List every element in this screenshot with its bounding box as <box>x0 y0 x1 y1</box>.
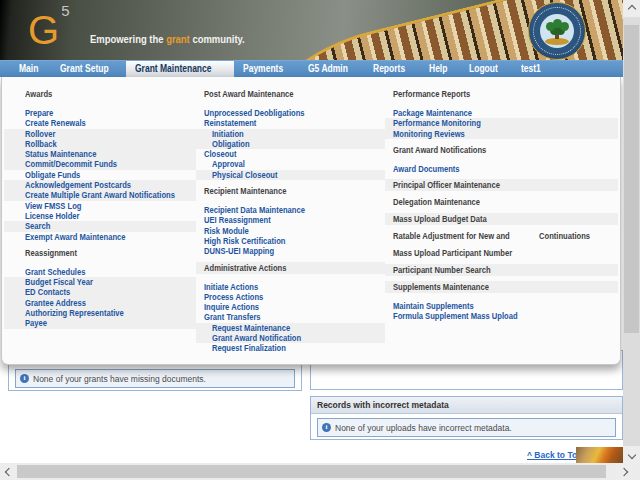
menu-section-grant-award-notifications: Grant Award Notifications <box>385 144 618 156</box>
missing-documents-info: i None of your grants have missing docum… <box>15 369 295 388</box>
seal-ground <box>545 38 569 45</box>
menu-link-duns-uei-mapping[interactable]: DUNS-UEI Mapping <box>196 246 385 256</box>
nav-item-test1[interactable]: test1 <box>512 61 553 77</box>
vertical-scrollbar[interactable] <box>623 0 640 463</box>
horizontal-scrollbar[interactable] <box>0 463 640 480</box>
seal-tree-icon <box>553 19 562 28</box>
tagline: Empowering the grant community. <box>90 33 262 45</box>
g5-logo-g: G <box>28 8 59 52</box>
menu-section-post-award-maintenance: Post Award Maintenance <box>196 88 385 100</box>
vertical-scrollbar-thumb[interactable] <box>624 25 639 333</box>
menu-section-administrative-actions: Administrative Actions <box>196 262 385 274</box>
seal-tree-trunk <box>555 30 559 39</box>
menu-section-principal-officer-maintenance: Principal Officer Maintenance <box>385 179 618 191</box>
nav-item-payments[interactable]: Payments <box>234 61 299 77</box>
g5-logo-5: 5 <box>61 2 69 19</box>
footer-photo-fragment <box>576 447 623 463</box>
info-icon: i <box>20 374 29 383</box>
chevron-right-icon <box>619 467 627 475</box>
info-icon: i <box>322 423 331 432</box>
nav-item-grant-setup[interactable]: Grant Setup <box>51 61 126 77</box>
nav-item-logout[interactable]: Logout <box>460 61 512 77</box>
menu-section-awards: Awards <box>4 88 196 100</box>
menu-section-mass-upload-participant-number: Mass Upload Participant Number <box>385 247 618 259</box>
menu-link-exempt-award-maintenance[interactable]: Exempt Award Maintenance <box>4 232 196 242</box>
menu-link-payee[interactable]: Payee <box>4 318 196 328</box>
menu-column-performance: Performance ReportsPackage MaintenancePe… <box>385 77 618 322</box>
records-panel-info: i None of your uploads have incorrect me… <box>317 418 616 437</box>
menu-link-award-documents[interactable]: Award Documents <box>385 164 618 174</box>
menu-section-ratable-adjustment-for-new-and: Ratable Adjustment for New andContinuati… <box>385 230 618 242</box>
nav-item-grant-maintenance[interactable]: Grant Maintenance <box>126 61 234 77</box>
menu-link-physical-closeout[interactable]: Physical Closeout <box>196 170 385 180</box>
main-navigation-bar: MainGrant SetupGrant MaintenancePayments… <box>0 60 623 77</box>
menu-section-mass-upload-budget-data: Mass Upload Budget Data <box>385 213 618 225</box>
back-to-top-link[interactable]: ^ Back to Top <box>527 450 582 460</box>
scroll-left-button[interactable] <box>0 463 17 480</box>
menu-link-monitoring-reviews[interactable]: Monitoring Reviews <box>385 129 618 139</box>
menu-link-request-finalization[interactable]: Request Finalization <box>196 343 385 353</box>
chevron-down-icon <box>627 450 635 458</box>
menu-link-formula-supplement-mass-upload[interactable]: Formula Supplement Mass Upload <box>385 311 618 321</box>
menu-section-reassignment: Reassignment <box>4 247 196 259</box>
scroll-down-button[interactable] <box>623 446 640 463</box>
seal-inner-circle <box>540 14 574 48</box>
g5-application-window: ∫|π(t)·f(t)| dt G5 Empowering the grant … <box>0 0 640 480</box>
nav-item-reports[interactable]: Reports <box>364 61 420 77</box>
department-of-education-seal-icon <box>528 2 586 60</box>
records-panel-title: Records with incorrect metadata <box>311 397 622 414</box>
menu-section-delegation-maintenance: Delegation Maintenance <box>385 196 618 208</box>
records-incorrect-metadata-panel: Records with incorrect metadata i None o… <box>310 396 623 440</box>
menu-column-awards: AwardsPrepareCreate RenewalsRolloverRoll… <box>4 77 196 329</box>
grant-maintenance-megamenu: AwardsPrepareCreate RenewalsRolloverRoll… <box>1 77 621 365</box>
missing-documents-message: None of your grants have missing documen… <box>33 374 206 384</box>
tagline-accent-word: grant <box>166 33 190 45</box>
nav-item-g5-admin[interactable]: G5 Admin <box>299 61 364 77</box>
nav-item-main[interactable]: Main <box>10 61 51 77</box>
nav-item-help[interactable]: Help <box>420 61 460 77</box>
records-panel-message: None of your uploads have incorrect meta… <box>335 423 512 433</box>
menu-section-supplements-maintenance: Supplements Maintenance <box>385 281 618 293</box>
menu-section-recipient-maintenance: Recipient Maintenance <box>196 185 385 197</box>
header-banner: ∫|π(t)·f(t)| dt G5 Empowering the grant … <box>0 0 623 60</box>
menu-section-participant-number-search: Participant Number Search <box>385 264 618 276</box>
scroll-up-button[interactable] <box>623 0 640 17</box>
g5-logo: G5 <box>28 2 69 52</box>
chevron-up-icon <box>627 4 635 12</box>
chevron-left-icon <box>4 467 12 475</box>
menu-section-performance-reports: Performance Reports <box>385 88 618 100</box>
scroll-right-button[interactable] <box>615 463 632 480</box>
menu-column-post-award: Post Award MaintenanceUnprocessed Deobli… <box>196 77 385 354</box>
horizontal-scrollbar-thumb[interactable] <box>17 465 606 478</box>
